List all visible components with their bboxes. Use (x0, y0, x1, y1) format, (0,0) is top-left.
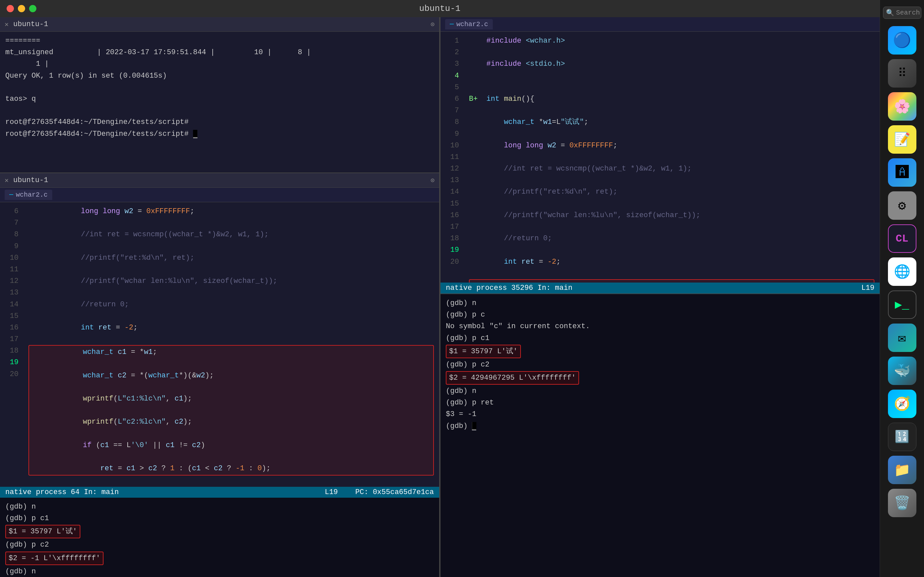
left-filename-label: wchar2.c (16, 191, 48, 198)
right-editor-content[interactable]: 123 4 5678910 1112131415 161718 19 20 #i… (441, 32, 880, 282)
right-editor: ─ wchar2.c 123 4 5678910 1112131415 1617… (441, 17, 880, 293)
left-code-pre: long long w2 = 0xFFFFFFFF; //int ret = w… (28, 206, 434, 345)
left-gdb-text3: (gdb) n (gdb) p ret $3 = 1 (gdb) █ (5, 566, 434, 577)
right-gdb-val2: $2 = 4294967295 L'\xffffffff' (449, 374, 576, 382)
left-file-tab[interactable]: ─ wchar2.c (5, 190, 52, 200)
left-gdb-val1: $1 = 35797 L'试' (9, 527, 77, 536)
dock-clion-icon[interactable]: CL (888, 224, 916, 253)
left-bottom-tab-label[interactable]: ubuntu-1 (13, 176, 48, 184)
dock-appstore-icon[interactable]: 🅰 (888, 158, 916, 187)
dock: 🔍 Search 🔵 ⠿ 🌸 📝 🅰 ⚙️ CL 🌐 ▶_ ✉️ 🐳 (880, 0, 924, 577)
right-status-text: native process 35296 In: main (446, 284, 572, 292)
right-filename: ─ (450, 21, 454, 28)
left-status-right: L19 PC: 0x55ca65d7e1ca (325, 488, 434, 496)
right-highlighted-code: wchar_t c1 = *w1; wchar_t c2 = *(wchar_t… (471, 280, 872, 282)
pane-expand-icon[interactable]: ⊙ (431, 20, 435, 28)
left-top-titlebar: ✕ ubuntu-1 ⊙ (0, 17, 439, 32)
left-gdb-val2: $2 = -1 L'\xffffffff' (9, 554, 100, 562)
left-filename: ─ (9, 191, 13, 198)
right-gdb-statusbar: native process 35296 In: main L19 (441, 282, 880, 293)
left-code-area[interactable]: long long w2 = 0xFFFFFFFF; //int ret = w… (23, 202, 439, 487)
right-gdb-text: (gdb) n (gdb) p c No symbol "c" in curre… (446, 297, 874, 344)
left-bottom-editor: ✕ ubuntu-1 ⊙ ─ wchar2.c 678910 111213141… (0, 173, 439, 577)
minimize-button[interactable] (18, 5, 25, 12)
window-controls[interactable] (6, 5, 36, 12)
right-editor-titlebar: ─ wchar2.c (441, 17, 880, 32)
right-file-tab[interactable]: ─ wchar2.c (445, 19, 493, 29)
left-top-terminal-content: ======== mt_unsigned | 2022-03-17 17:59:… (0, 32, 439, 172)
window-title: ubuntu-1 (419, 4, 461, 14)
left-gdb-text2: (gdb) p c2 (5, 539, 434, 551)
left-top-terminal: ✕ ubuntu-1 ⊙ ======== mt_unsigned | 2022… (0, 17, 439, 172)
dock-files-icon[interactable]: 📁 (888, 456, 916, 484)
left-highlighted-code: wchar_t c1 = *w1; wchar_t c2 = *(wchar_t… (31, 347, 432, 474)
pane2-close-icon[interactable]: ✕ (5, 176, 9, 184)
left-top-tab-label[interactable]: ubuntu-1 (13, 20, 48, 28)
dock-settings-icon[interactable]: ⚙️ (888, 191, 916, 220)
right-code-pre: #include <wchar.h> #include <stdio.h> B+… (469, 35, 874, 279)
dock-finder-icon[interactable]: 🔵 (888, 26, 916, 55)
dock-chrome-icon[interactable]: 🌐 (888, 258, 916, 286)
right-gdb-pane: (gdb) n (gdb) p c No symbol "c" in curre… (441, 294, 880, 577)
right-gdb-text2: (gdb) p c2 (446, 359, 874, 371)
dock-calculator-icon[interactable]: 🔢 (888, 423, 916, 451)
left-bottom-titlebar: ✕ ubuntu-1 ⊙ (0, 173, 439, 188)
right-gdb-text3: (gdb) n (gdb) p ret $3 = -1 (gdb) █ (446, 385, 874, 432)
right-code-area[interactable]: #include <wchar.h> #include <stdio.h> B+… (464, 32, 880, 282)
search-icon: 🔍 (886, 9, 894, 17)
pane2-expand-icon[interactable]: ⊙ (431, 176, 435, 184)
left-editor-content[interactable]: 678910 1112131415 161718 19 20 long long… (0, 202, 439, 487)
dock-docker-icon[interactable]: 🐳 (888, 356, 916, 385)
dock-trash-icon[interactable]: 🗑️ (888, 489, 916, 517)
left-line-numbers: 678910 1112131415 161718 19 20 (0, 202, 23, 487)
title-bar: ubuntu-1 (0, 0, 880, 17)
left-gdb-pane: (gdb) n (gdb) p c1 $1 = 35797 L'试' (gdb)… (0, 498, 439, 577)
maximize-button[interactable] (29, 5, 36, 12)
dock-terminal-icon[interactable]: ▶_ (888, 290, 916, 319)
terminal-text: ======== mt_unsigned | 2022-03-17 17:59:… (5, 35, 434, 140)
search-placeholder: Search (896, 9, 920, 16)
left-gdb-statusbar: native process 64 In: main L19 PC: 0x55c… (0, 487, 439, 498)
right-status-right: L19 (861, 284, 874, 292)
search-bar[interactable]: 🔍 Search (883, 6, 921, 19)
left-status-text: native process 64 In: main (5, 488, 119, 496)
left-code-post: ​ return ret; } (28, 475, 434, 487)
dock-mail-icon[interactable]: ✉️ (888, 324, 916, 352)
right-filename-label: wchar2.c (456, 21, 488, 28)
dock-launchpad-icon[interactable]: ⠿ (888, 59, 916, 87)
dock-photos-icon[interactable]: 🌸 (888, 92, 916, 121)
dock-safari-icon[interactable]: 🧭 (888, 390, 916, 418)
left-gdb-text: (gdb) n (gdb) p c1 (5, 501, 434, 524)
dock-notes-icon[interactable]: 📝 (888, 125, 916, 154)
left-editor-file-titlebar: ─ wchar2.c (0, 188, 439, 202)
close-button[interactable] (6, 5, 14, 12)
right-line-numbers: 123 4 5678910 1112131415 161718 19 20 (441, 32, 464, 282)
pane-close-icon[interactable]: ✕ (5, 20, 9, 28)
right-gdb-val1: $1 = 35797 L'试' (449, 347, 518, 356)
